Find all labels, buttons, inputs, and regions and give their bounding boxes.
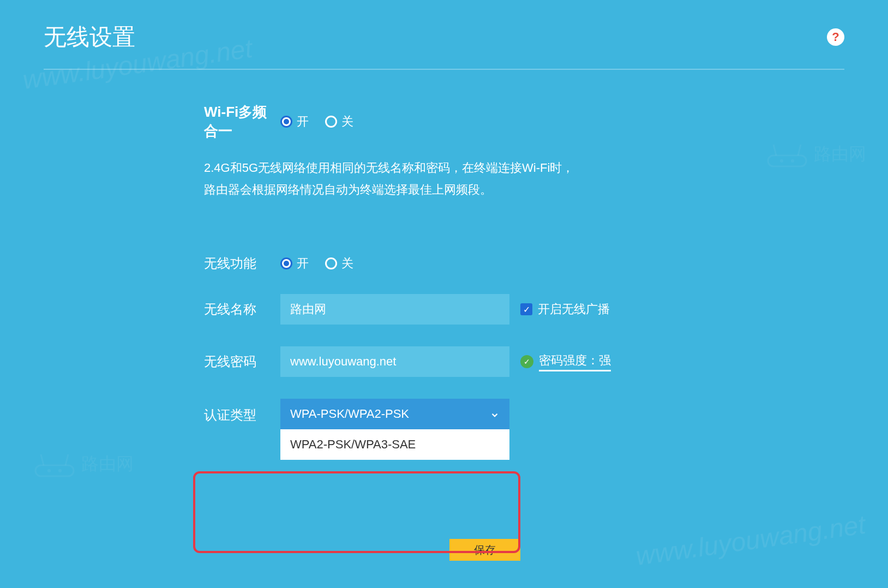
- password-input[interactable]: [280, 346, 509, 377]
- wireless-function-row: 无线功能 开 关: [204, 255, 684, 272]
- watermark-url: www.luyouwang.net: [634, 509, 867, 572]
- multiband-on-radio[interactable]: 开: [280, 113, 309, 130]
- auth-dropdown-option[interactable]: WPA2-PSK/WPA3-SAE: [280, 429, 509, 460]
- multiband-row: Wi-Fi多频合一 开 关: [204, 103, 684, 141]
- wireless-settings-form: Wi-Fi多频合一 开 关 2.4G和5G无线网络使用相同的无线名称和密码，在终…: [204, 103, 684, 482]
- broadcast-label: 开启无线广播: [538, 301, 610, 317]
- auth-label: 认证类型: [204, 399, 280, 424]
- password-label: 无线密码: [204, 353, 280, 370]
- radio-label: 开: [297, 113, 309, 130]
- wireless-on-radio[interactable]: 开: [280, 255, 309, 272]
- help-icon[interactable]: ?: [827, 28, 844, 46]
- password-row: 无线密码 ✓ 密码强度：强: [204, 346, 684, 377]
- ssid-label: 无线名称: [204, 301, 280, 318]
- wireless-function-label: 无线功能: [204, 255, 280, 272]
- radio-label: 开: [297, 255, 309, 272]
- radio-icon: [325, 116, 337, 128]
- auth-type-row: 认证类型 WPA-PSK/WPA2-PSK WPA2-PSK/WPA3-SAE: [204, 399, 684, 460]
- radio-label: 关: [341, 255, 353, 272]
- multiband-label: Wi-Fi多频合一: [204, 103, 280, 141]
- radio-icon: [280, 257, 292, 269]
- wireless-off-radio[interactable]: 关: [325, 255, 353, 272]
- multiband-description: 2.4G和5G无线网络使用相同的无线名称和密码，在终端连接Wi-Fi时， 路由器…: [204, 157, 684, 200]
- radio-icon: [325, 257, 337, 269]
- multiband-off-radio[interactable]: 关: [325, 113, 353, 130]
- chevron-down-icon: [490, 409, 500, 419]
- page-title: 无线设置: [44, 22, 135, 52]
- auth-selected-label: WPA-PSK/WPA2-PSK: [290, 407, 409, 421]
- page-header: 无线设置 ?: [44, 22, 844, 70]
- ssid-row: 无线名称 ✓ 开启无线广播: [204, 294, 684, 325]
- auth-dropdown-selected[interactable]: WPA-PSK/WPA2-PSK: [280, 399, 509, 429]
- auth-type-dropdown[interactable]: WPA-PSK/WPA2-PSK WPA2-PSK/WPA3-SAE: [280, 399, 509, 460]
- save-button[interactable]: 保存: [449, 539, 520, 561]
- check-icon: ✓: [520, 355, 533, 368]
- radio-icon: [280, 116, 292, 128]
- password-strength: 密码强度：强: [539, 352, 611, 371]
- ssid-input[interactable]: [280, 294, 509, 325]
- radio-label: 关: [341, 113, 353, 130]
- broadcast-checkbox[interactable]: ✓: [520, 303, 532, 315]
